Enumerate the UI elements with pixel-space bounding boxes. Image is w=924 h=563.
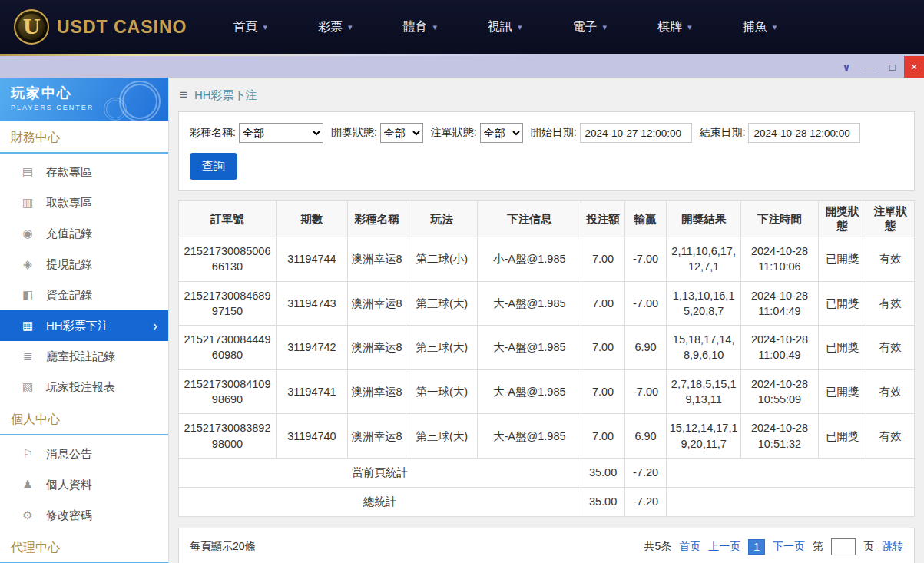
sidebar-section-agent: 代理中心: [0, 531, 168, 563]
nav-item-lottery[interactable]: 彩票▾: [318, 19, 353, 35]
sidebar-item-announcements[interactable]: ⚐消息公告: [0, 439, 168, 469]
cell-win-loss: -7.00: [624, 237, 666, 282]
page-title: HH彩票下注: [194, 88, 257, 103]
jump-page-input[interactable]: [831, 538, 856, 555]
sidebar-section-personal: 個人中心: [0, 402, 168, 435]
nav-item-label: 棋牌: [657, 19, 682, 35]
cell-order-no: 2152173008444960980: [179, 326, 277, 370]
cell-bet-info: 大-A盤@1.985: [478, 326, 581, 370]
end-date-input[interactable]: [748, 123, 860, 143]
cell-draw-status: 已開獎: [818, 369, 866, 414]
cell-lottery-name: 澳洲幸运8: [347, 369, 406, 414]
chevron-down-icon: ▾: [433, 22, 438, 32]
sidebar-item-funds-record[interactable]: ◧資金記錄: [0, 280, 168, 310]
room-bet-record-icon: ≣: [20, 349, 35, 363]
nav-item-slots[interactable]: 電子▾: [573, 19, 608, 35]
cell-period: 31194741: [277, 369, 348, 414]
funds-record-icon: ◧: [20, 288, 35, 302]
sidebar-item-label: 取款專區: [46, 196, 92, 210]
search-button[interactable]: 查詢: [190, 153, 237, 180]
nav-item-home[interactable]: 首頁▾: [233, 19, 267, 35]
sidebar-title: 玩家中心: [11, 84, 157, 102]
cell-win-loss: -7.00: [624, 281, 666, 326]
next-page-link[interactable]: 下一页: [773, 540, 805, 554]
sidebar-item-hh-lottery-bet[interactable]: ▦HH彩票下注›: [0, 310, 168, 341]
sidebar-item-player-bet-report[interactable]: ▧玩家投注報表: [0, 372, 168, 402]
cell-order-no: 2152173008500666130: [179, 237, 277, 282]
chevron-down-icon: ▾: [518, 22, 522, 32]
window-maximize-icon[interactable]: □: [881, 56, 904, 78]
jump-button[interactable]: 跳转: [882, 540, 903, 554]
table-head: 訂單號期數彩種名稱玩法下注信息投注額輸贏開獎結果下注時間開獎狀態注單狀態: [179, 201, 915, 237]
sidebar-item-label: 個人資料: [46, 478, 92, 492]
per-page-label: 每頁顯示20條: [190, 540, 256, 554]
cell-win-loss: -7.00: [624, 369, 666, 414]
prev-page-link[interactable]: 上一页: [708, 540, 740, 554]
sidebar-item-change-password[interactable]: ⚙修改密碼: [0, 500, 168, 531]
sidebar-item-label: 玩家投注報表: [46, 380, 115, 395]
chevron-right-icon: ›: [153, 318, 157, 334]
cell-bet-amount: 7.00: [581, 281, 624, 326]
cell-draw-result: 15,18,17,14,8,9,6,10: [667, 326, 741, 370]
hamburger-menu-icon[interactable]: ≡: [180, 88, 187, 103]
cell-order-status: 有效: [866, 414, 915, 459]
nav-item-fishing[interactable]: 捕魚▾: [743, 19, 777, 35]
cell-order-status: 有效: [866, 237, 915, 282]
table-row: 215217300844496098031194742澳洲幸运8第三球(大)大-…: [179, 326, 915, 370]
total-count-label: 共5条: [644, 540, 671, 554]
lottery-name-select[interactable]: 全部: [239, 123, 323, 143]
nav-item-cards[interactable]: 棋牌▾: [657, 19, 692, 35]
sidebar-item-deposit[interactable]: ▤存款專區: [0, 157, 168, 187]
nav-item-label: 視訊: [488, 19, 512, 35]
chevron-down-icon: ▾: [687, 22, 692, 32]
col-header-order-no: 訂單號: [179, 201, 277, 237]
cell-bet-info: 大-A盤@1.985: [478, 369, 581, 414]
start-date-input[interactable]: [580, 123, 692, 143]
chevron-down-icon: ▾: [348, 22, 353, 32]
bet-records-table: 訂單號期數彩種名稱玩法下注信息投注額輸贏開獎結果下注時間開獎狀態注單狀態 215…: [178, 200, 915, 517]
nav-item-sports[interactable]: 體育▾: [403, 19, 438, 35]
sidebar-item-label: HH彩票下注: [46, 319, 109, 333]
nav-item-label: 捕魚: [743, 19, 767, 35]
cell-bet-time: 2024-10-28 11:04:49: [741, 281, 819, 326]
nav-item-live[interactable]: 視訊▾: [488, 19, 522, 35]
cell-draw-result: 2,7,18,5,15,19,13,11: [667, 369, 741, 414]
sidebar-item-label: 充值記錄: [46, 227, 92, 241]
draw-status-label: 開獎狀態:: [331, 126, 377, 140]
window-minimize-icon[interactable]: —: [858, 56, 881, 78]
cell-period: 31194740: [277, 414, 348, 459]
cell-bet-time: 2024-10-28 10:55:09: [741, 369, 819, 414]
sidebar-item-profile[interactable]: ♟個人資料: [0, 469, 168, 500]
filter-panel: 彩種名稱: 全部 開獎狀態: 全部 注單狀態: 全部: [178, 111, 915, 191]
window-dropdown-icon[interactable]: ∨: [835, 56, 858, 78]
start-date-filter: 開始日期:: [531, 123, 692, 143]
sidebar-item-room-bet-record[interactable]: ≣廳室投註記錄: [0, 341, 168, 372]
draw-status-select[interactable]: 全部: [380, 123, 423, 143]
col-header-draw-result: 開獎結果: [667, 201, 741, 237]
sidebar-item-withdraw-record[interactable]: ◈提現記錄: [0, 249, 168, 280]
table-body: 215217300850066613031194744澳洲幸运8第二球(小)小-…: [179, 237, 915, 459]
main-content: ≡ HH彩票下注 彩種名稱: 全部 開獎狀態: 全部 注單狀態:: [169, 78, 924, 563]
cell-bet-info: 大-A盤@1.985: [478, 281, 581, 326]
cell-order-no: 2152173008468997150: [179, 281, 277, 326]
page-summary-win-total: -7.20: [624, 458, 666, 487]
brand-logo[interactable]: U USDT CASINO: [14, 9, 187, 45]
sidebar-item-recharge-record[interactable]: ◉充值記錄: [0, 218, 168, 249]
window-titlebar: ∨ — □ ×: [0, 56, 924, 78]
total-summary-bet-total: 35.00: [581, 487, 624, 516]
order-status-select[interactable]: 全部: [480, 123, 523, 143]
sidebar-item-label: 資金記錄: [46, 288, 92, 303]
cell-draw-status: 已開獎: [818, 237, 866, 282]
table-header-row: 訂單號期數彩種名稱玩法下注信息投注額輸贏開獎結果下注時間開獎狀態注單狀態: [179, 201, 915, 237]
sidebar-item-withdraw[interactable]: ▥取款專區: [0, 187, 168, 218]
content-layout: 玩家中心 PLAYERS CENTER 財務中心▤存款專區▥取款專區◉充值記錄◈…: [0, 78, 924, 563]
sidebar-item-label: 修改密碼: [46, 508, 92, 523]
total-summary-label: 總統計: [179, 487, 581, 516]
page-summary-bet-total: 35.00: [581, 458, 624, 487]
window-close-icon[interactable]: ×: [904, 56, 924, 78]
current-page-button[interactable]: 1: [748, 539, 765, 555]
cell-draw-result: 1,13,10,16,15,20,8,7: [667, 281, 741, 326]
first-page-link[interactable]: 首页: [679, 540, 700, 554]
cell-bet-amount: 7.00: [581, 237, 624, 282]
nav-item-label: 彩票: [318, 19, 343, 35]
